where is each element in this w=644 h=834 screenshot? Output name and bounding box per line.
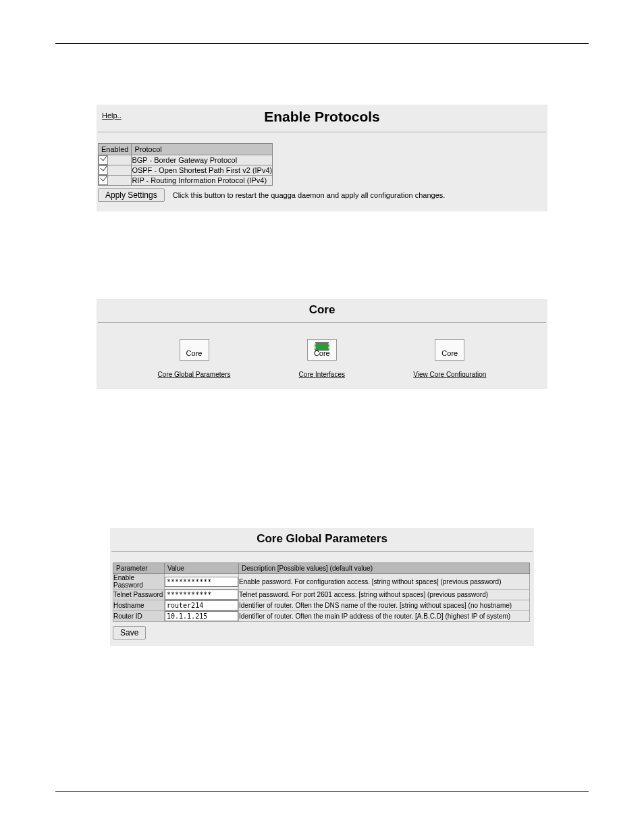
table-row: Telnet Password Telnet password. For por… bbox=[113, 590, 530, 600]
icon-label: Core bbox=[308, 349, 336, 357]
icon-label: Core bbox=[180, 349, 209, 357]
protocol-name: OSPF - Open Shortest Path First v2 (IPv4… bbox=[132, 165, 273, 176]
apply-settings-button[interactable]: Apply Settings bbox=[98, 188, 165, 202]
core-global-parameters-panel: Core Global Parameters Parameter Value D… bbox=[110, 528, 534, 646]
param-description: Identifier of router. Often the DNS name… bbox=[239, 600, 530, 611]
page-top-rule bbox=[55, 43, 589, 44]
page-title: Enable Protocols bbox=[97, 105, 547, 132]
param-name: Enable Password bbox=[113, 574, 165, 590]
parameters-table: Parameter Value Description [Possible va… bbox=[113, 563, 530, 622]
core-item-global-parameters[interactable]: Core Core Global Parameters bbox=[158, 339, 231, 380]
core-text-icon: Core bbox=[435, 339, 464, 361]
icon-label: Core bbox=[435, 349, 464, 357]
protocol-name: RIP - Routing Information Protocol (IPv4… bbox=[132, 176, 273, 186]
table-row: Router ID Identifier of router. Often th… bbox=[113, 611, 530, 622]
core-link-view-configuration[interactable]: View Core Configuration bbox=[413, 371, 486, 378]
core-item-view-configuration[interactable]: Core View Core Configuration bbox=[413, 339, 486, 380]
core-item-interfaces[interactable]: Core Core Interfaces bbox=[299, 339, 345, 380]
core-link-interfaces[interactable]: Core Interfaces bbox=[299, 371, 345, 378]
param-description: Telnet password. For port 2601 access. [… bbox=[239, 590, 530, 600]
telnet-password-input[interactable] bbox=[165, 590, 238, 600]
core-text-icon: Core bbox=[180, 339, 209, 361]
table-row: Hostname Identifier of router. Often the… bbox=[113, 600, 530, 611]
enable-protocols-panel: Help.. Enable Protocols Enabled Protocol… bbox=[97, 105, 547, 211]
hostname-input[interactable] bbox=[165, 600, 238, 610]
param-name: Hostname bbox=[113, 600, 165, 611]
col-protocol: Protocol bbox=[132, 144, 273, 155]
col-description: Description [Possible values] (default v… bbox=[239, 563, 530, 574]
checkbox-rip[interactable] bbox=[99, 176, 108, 185]
table-header-row: Parameter Value Description [Possible va… bbox=[113, 563, 530, 574]
panel-divider bbox=[98, 322, 546, 323]
param-name: Telnet Password bbox=[113, 590, 165, 600]
table-row: Enable Password Enable password. For con… bbox=[113, 574, 530, 590]
core-link-global-parameters[interactable]: Core Global Parameters bbox=[158, 371, 231, 378]
enable-password-input[interactable] bbox=[165, 577, 238, 587]
core-panel: Core Core Core Global Parameters Core Co… bbox=[97, 299, 547, 389]
protocol-name: BGP - Border Gateway Protocol bbox=[132, 155, 273, 165]
protocols-table: Enabled Protocol BGP - Border Gateway Pr… bbox=[98, 143, 273, 186]
router-id-input[interactable] bbox=[165, 611, 238, 621]
param-description: Enable password. For configuration acces… bbox=[239, 574, 530, 590]
table-row: OSPF - Open Shortest Path First v2 (IPv4… bbox=[99, 165, 273, 176]
help-link[interactable]: Help.. bbox=[102, 111, 122, 120]
checkbox-cell bbox=[99, 176, 132, 186]
table-header-row: Enabled Protocol bbox=[99, 144, 273, 155]
col-value: Value bbox=[165, 563, 239, 574]
panel-divider bbox=[98, 132, 546, 132]
col-parameter: Parameter bbox=[113, 563, 165, 574]
core-chip-icon: Core bbox=[307, 339, 337, 361]
page-title: Core bbox=[97, 299, 547, 322]
apply-hint-text: Click this button to restart the quagga … bbox=[173, 191, 446, 199]
table-row: BGP - Border Gateway Protocol bbox=[99, 155, 273, 165]
panel-divider bbox=[111, 551, 533, 552]
param-name: Router ID bbox=[113, 611, 165, 622]
table-row: RIP - Routing Information Protocol (IPv4… bbox=[99, 176, 273, 186]
page-title: Core Global Parameters bbox=[110, 528, 534, 551]
save-button[interactable]: Save bbox=[113, 626, 146, 640]
param-description: Identifier of router. Often the main IP … bbox=[239, 611, 530, 622]
